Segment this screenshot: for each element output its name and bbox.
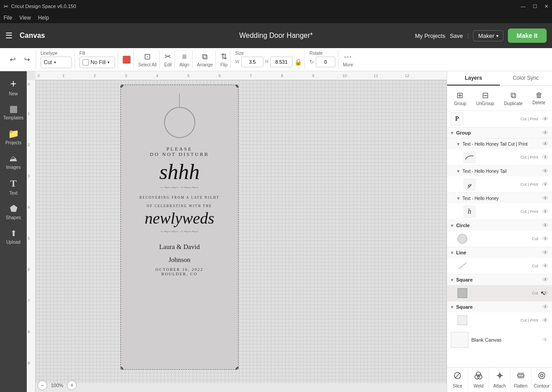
maker-selector[interactable]: Maker ▾ <box>473 30 503 41</box>
visibility-icon[interactable]: 👁 <box>542 276 548 283</box>
collapse-icon: ▼ <box>456 142 461 147</box>
select-all-icon[interactable]: ⊡ <box>144 52 151 61</box>
visibility-icon[interactable]: 👁 <box>542 235 548 242</box>
layer-icon-square-white <box>456 314 469 327</box>
layer-leaf-2[interactable]: ℊ Cut | Print 👁 <box>447 176 552 192</box>
edit-icon[interactable]: ✂ <box>165 52 171 61</box>
hamburger-icon[interactable]: ☰ <box>5 31 12 41</box>
contour-button[interactable]: Contour <box>531 368 552 392</box>
layer-subgroup-3[interactable]: ▼ Text - Hello Honey 👁 <box>447 192 552 204</box>
menu-file[interactable]: File <box>4 15 12 21</box>
attach-button[interactable]: Attach <box>489 368 510 392</box>
layer-leaf-3[interactable]: h Cut | Print 👁 <box>447 204 552 220</box>
redo-button[interactable]: ↪ <box>21 53 33 66</box>
layer-icon-line <box>456 260 469 272</box>
height-input[interactable] <box>270 57 292 67</box>
weld-button[interactable]: Weld <box>468 368 489 392</box>
linetype-dropdown[interactable]: Cut ▾ <box>41 57 72 68</box>
menu-help[interactable]: Help <box>38 15 49 21</box>
hidden-icon[interactable]: 👁 <box>542 336 548 343</box>
layer-group-square2[interactable]: ▼ Square 👁 <box>447 301 552 312</box>
visibility-icon[interactable]: 👁 <box>542 129 548 136</box>
zoom-in-button[interactable]: + <box>67 380 77 390</box>
delete-button[interactable]: 🗑 Delete <box>529 90 549 107</box>
maximize-button[interactable]: ☐ <box>533 4 537 9</box>
layer-blank-canvas[interactable]: Blank Canvas 👁 <box>447 330 552 350</box>
ungroup-button[interactable]: ⊟ UnGroup <box>473 89 498 108</box>
layer-leaf-square1[interactable]: Cut 👁 ↖ <box>447 285 552 301</box>
door-hanger[interactable]: ✕ ↻ 🔒 ⤡ 3.5" 8.531" PLEASE DO NOT DISTUR… <box>120 85 239 370</box>
sidebar-item-upload[interactable]: ⬆ Upload <box>1 225 25 249</box>
canvas-grid[interactable]: ✕ ↻ 🔒 ⤡ 3.5" 8.531" PLEASE DO NOT DISTUR… <box>36 80 447 383</box>
layer-subgroup-2[interactable]: ▼ Text - Hello Honey Tail 👁 <box>447 165 552 176</box>
rotate-handle[interactable]: ↻ <box>235 85 239 88</box>
visibility-icon[interactable]: 👁 <box>542 154 548 161</box>
header: ☰ Canvas Wedding Door Hanger* My Project… <box>0 23 552 48</box>
arrange-icon[interactable]: ⧉ <box>202 52 208 61</box>
my-projects-button[interactable]: My Projects <box>415 33 445 39</box>
layer-leaf-circle[interactable]: Cut 👁 <box>447 231 552 247</box>
make-it-button[interactable]: Make It <box>508 29 547 43</box>
layer-leaf-1[interactable]: Cut | Print 👁 <box>447 149 552 165</box>
minimize-button[interactable]: — <box>521 4 526 9</box>
subgroup-name-1: Text - Hello Honey Tail Cut | Print <box>462 142 540 147</box>
canvas-area[interactable]: 0 1 2 3 4 5 6 7 8 9 10 11 12 0 1 2 3 4 5… <box>27 71 447 392</box>
group-button[interactable]: ⊞ Group <box>450 89 470 108</box>
delete-handle[interactable]: ✕ <box>120 85 124 88</box>
align-label: Align <box>179 62 189 67</box>
tab-color-sync[interactable]: Color Sync <box>500 71 552 86</box>
layer-subgroup-1[interactable]: ▼ Text - Hello Honey Tail Cut | Print 👁 <box>447 138 552 149</box>
sidebar-item-projects[interactable]: 📁 Projects <box>1 125 25 149</box>
sidebar-item-new[interactable]: + New <box>1 75 25 99</box>
hanger-hole-line <box>179 94 180 107</box>
visibility-icon[interactable]: 👁 <box>542 249 548 256</box>
width-input[interactable] <box>241 57 264 67</box>
rotate-input[interactable] <box>316 57 335 67</box>
sidebar-item-text[interactable]: T Text <box>1 175 25 199</box>
size-label: Size <box>235 51 243 56</box>
visibility-icon[interactable]: 👁 <box>542 195 548 202</box>
zoom-out-button[interactable]: − <box>37 380 47 390</box>
tab-layers[interactable]: Layers <box>447 71 500 86</box>
collapse-icon: ▼ <box>456 169 461 174</box>
stroke-color-swatch[interactable] <box>123 56 131 64</box>
align-icon[interactable]: ≡ <box>182 52 187 61</box>
visibility-icon[interactable]: 👁 <box>542 167 548 175</box>
slice-icon <box>453 371 462 382</box>
visibility-icon[interactable]: 👁 <box>542 317 548 324</box>
sidebar-item-shapes[interactable]: ⬟ Shapes <box>1 200 25 224</box>
layer-group-line[interactable]: ▼ Line 👁 <box>447 247 552 258</box>
layer-item-p[interactable]: P Cut | Print 👁 <box>447 111 552 127</box>
flip-icon[interactable]: ⇅ <box>221 52 227 61</box>
visibility-icon[interactable]: 👁 <box>542 140 548 147</box>
layer-leaf-line[interactable]: Cut 👁 <box>447 258 552 274</box>
visibility-icon[interactable]: 👁 <box>542 115 548 122</box>
layer-group-square1[interactable]: ▼ Square 👁 <box>447 274 552 285</box>
more-icon[interactable]: ⋯ <box>344 52 352 61</box>
sidebar-item-images[interactable]: ⛰ Images <box>1 150 25 174</box>
fill-dropdown[interactable]: No Fill ▾ <box>79 57 115 68</box>
layers-list[interactable]: P Cut | Print 👁 ▼ Group 👁 ▼ Text - Hello… <box>447 111 552 367</box>
close-button[interactable]: ✕ <box>544 4 548 9</box>
scale-handle[interactable]: ⤡ <box>235 367 239 370</box>
visibility-icon[interactable]: 👁 <box>542 262 548 270</box>
layer-group-circle[interactable]: ▼ Circle 👁 <box>447 220 552 231</box>
slice-button[interactable]: Slice <box>447 368 468 392</box>
flatten-button[interactable]: Flatten <box>511 368 531 392</box>
visibility-icon[interactable]: 👁 <box>542 222 548 229</box>
lock-icon[interactable]: 🔒 <box>294 58 302 65</box>
visibility-icon[interactable]: 👁 <box>542 303 548 310</box>
visibility-icon[interactable]: 👁 <box>542 208 548 215</box>
sidebar-item-templates[interactable]: ▦ Templates <box>1 100 25 124</box>
lock-handle[interactable]: 🔒 <box>120 367 124 370</box>
menu-view[interactable]: View <box>19 15 31 21</box>
layer-leaf-square2[interactable]: Cut | Print 👁 <box>447 312 552 328</box>
name-line2: Johnson <box>169 256 190 264</box>
duplicate-button[interactable]: ⧉ Duplicate <box>500 89 526 108</box>
visibility-icon[interactable]: 👁 <box>542 290 548 297</box>
undo-button[interactable]: ↩ <box>6 53 19 66</box>
visibility-icon[interactable]: 👁 <box>542 181 548 188</box>
save-button[interactable]: Save <box>450 33 463 39</box>
layer-group-main[interactable]: ▼ Group 👁 <box>447 127 552 138</box>
location-text: BOULDER, CO <box>161 272 198 276</box>
